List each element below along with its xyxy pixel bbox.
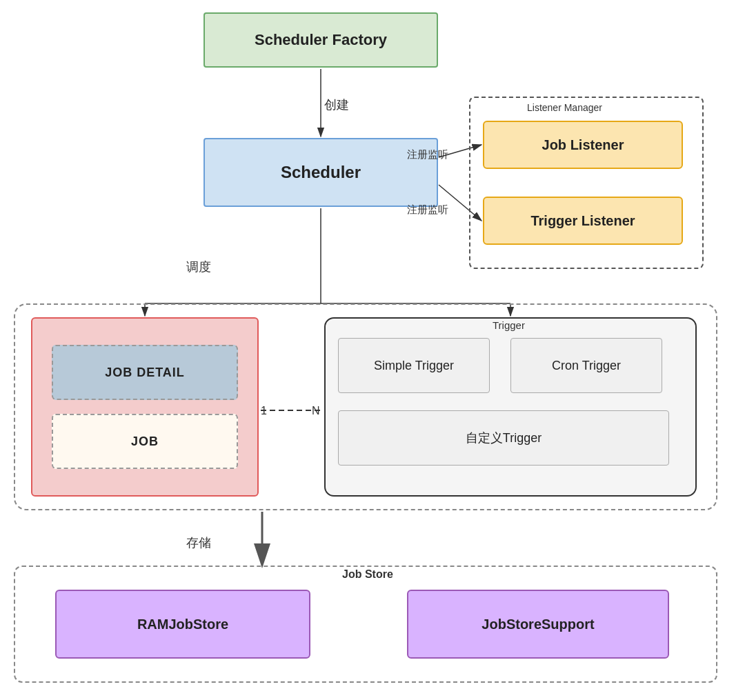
label-one: 1 — [261, 405, 267, 417]
custom-trigger-box: 自定义Trigger — [338, 410, 669, 466]
trigger-listener-label: Trigger Listener — [530, 213, 635, 229]
scheduler-label: Scheduler — [281, 163, 361, 182]
scheduler-factory-label: Scheduler Factory — [255, 31, 387, 49]
custom-trigger-label: 自定义Trigger — [466, 430, 542, 446]
scheduler-box: Scheduler — [203, 138, 438, 207]
trigger-listener-box: Trigger Listener — [483, 197, 683, 245]
label-schedule: 调度 — [186, 259, 211, 275]
scheduler-factory-box: Scheduler Factory — [203, 12, 438, 68]
diagram: Scheduler Factory 创建 Scheduler Listener … — [0, 0, 745, 700]
cron-trigger-box: Cron Trigger — [510, 338, 662, 393]
job-store-label: Job Store — [338, 568, 397, 581]
label-store: 存储 — [186, 534, 211, 551]
trigger-group-label: Trigger — [490, 319, 528, 331]
label-create: 创建 — [324, 97, 349, 113]
label-register1: 注册监听 — [407, 148, 448, 161]
job-listener-label: Job Listener — [542, 137, 624, 153]
job-store-support-box: JobStoreSupport — [407, 590, 669, 659]
label-n: N — [312, 405, 320, 417]
label-register2: 注册监听 — [407, 203, 448, 217]
job-detail-box: JOB DETAIL — [52, 345, 238, 400]
job-detail-label: JOB DETAIL — [105, 366, 185, 380]
job-store-support-label: JobStoreSupport — [481, 617, 594, 632]
job-box: JOB — [52, 414, 238, 469]
job-detail-area: JOB DETAIL JOB — [31, 317, 259, 497]
ram-job-store-label: RAMJobStore — [137, 617, 228, 632]
ram-job-store-box: RAMJobStore — [55, 590, 310, 659]
listener-manager-label: Listener Manager — [524, 102, 605, 113]
job-label: JOB — [131, 434, 159, 449]
simple-trigger-label: Simple Trigger — [374, 359, 454, 373]
simple-trigger-box: Simple Trigger — [338, 338, 490, 393]
job-listener-box: Job Listener — [483, 121, 683, 169]
cron-trigger-label: Cron Trigger — [552, 359, 621, 373]
